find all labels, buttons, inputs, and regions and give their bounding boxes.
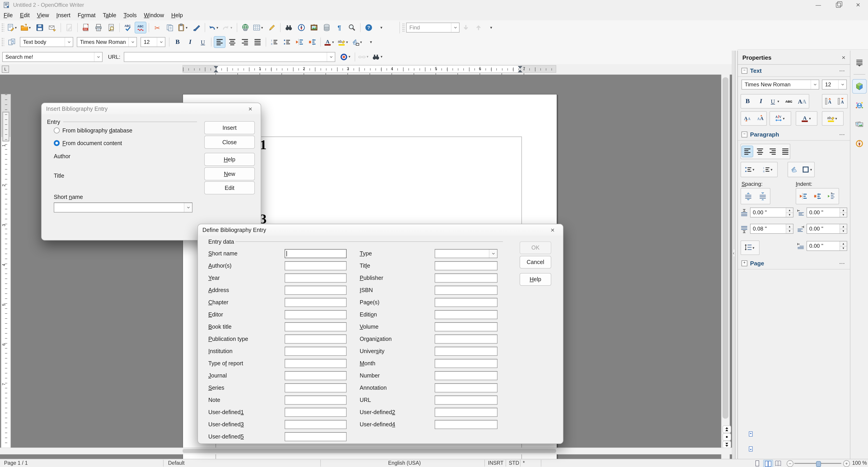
menu-tools[interactable]: Tools bbox=[120, 11, 140, 20]
find-previous-button[interactable] bbox=[473, 22, 485, 33]
auto-spellcheck-button[interactable]: ABC bbox=[135, 22, 146, 33]
journal-input[interactable] bbox=[285, 371, 347, 380]
tab-gallery[interactable] bbox=[852, 117, 867, 132]
menu-view[interactable]: View bbox=[33, 11, 53, 20]
from-document-content-label[interactable]: From document content bbox=[62, 140, 122, 146]
document-as-email-button[interactable] bbox=[46, 22, 58, 33]
volume-input[interactable] bbox=[435, 322, 497, 331]
stepper-buttons[interactable]: ▲▼ bbox=[840, 224, 847, 233]
align-justify-button[interactable] bbox=[779, 146, 791, 157]
tab-styles[interactable] bbox=[852, 98, 867, 113]
university-input[interactable] bbox=[435, 347, 497, 356]
stepper-buttons[interactable]: ▲▼ bbox=[840, 241, 847, 251]
scrollbar-thumb[interactable] bbox=[722, 77, 728, 419]
character-spacing-button[interactable]: AV▾ bbox=[774, 113, 787, 124]
increase-font-size-button[interactable]: A bbox=[823, 95, 835, 107]
insert-button[interactable]: Insert bbox=[204, 121, 255, 134]
align-justify-button[interactable] bbox=[252, 36, 264, 48]
find-toggle-button[interactable]: ▾ bbox=[372, 51, 385, 63]
sidebar-scroll-down-button[interactable] bbox=[745, 443, 756, 455]
page-style[interactable]: Default bbox=[168, 460, 185, 466]
font-size-select[interactable]: 12 bbox=[141, 37, 165, 47]
chevron-down-icon[interactable] bbox=[184, 203, 192, 212]
sidebar-menu[interactable] bbox=[852, 55, 867, 69]
chevron-down-icon[interactable] bbox=[128, 37, 136, 47]
bold-button[interactable]: B bbox=[172, 36, 183, 48]
zoom-percent[interactable]: 100 % bbox=[852, 460, 867, 466]
left-indent-marker[interactable] bbox=[214, 69, 218, 72]
from-document-content-radio[interactable] bbox=[54, 140, 60, 146]
collapse-sidebar-icon[interactable]: ‹ bbox=[733, 250, 735, 256]
help-button[interactable]: Help bbox=[520, 273, 551, 286]
chevron-down-icon[interactable] bbox=[94, 52, 102, 61]
align-right-button[interactable] bbox=[239, 36, 251, 48]
gallery-button[interactable] bbox=[308, 22, 320, 33]
horizontal-scrollbar[interactable] bbox=[0, 447, 732, 454]
type-input[interactable] bbox=[435, 249, 497, 258]
close-icon[interactable]: × bbox=[547, 225, 558, 234]
chevron-down-icon[interactable] bbox=[451, 23, 459, 32]
selection-mode[interactable]: STD bbox=[509, 460, 519, 466]
menu-help[interactable]: Help bbox=[167, 11, 186, 20]
sidebar-font-name-select[interactable]: Times New Roman bbox=[742, 80, 819, 89]
save-button[interactable] bbox=[34, 22, 45, 33]
chevron-down-icon[interactable] bbox=[838, 80, 846, 89]
stepper-buttons[interactable]: ▲▼ bbox=[840, 208, 847, 217]
dialog-title-bar[interactable]: Insert Bibliography Entry × bbox=[41, 103, 261, 114]
indent-before-input[interactable]: 0.00 " ▲▼ bbox=[807, 207, 847, 217]
language-status[interactable]: English (USA) bbox=[388, 460, 421, 466]
numbered-list-button[interactable]: III bbox=[269, 36, 280, 48]
chevron-down-icon[interactable] bbox=[65, 37, 73, 47]
increase-indent-button[interactable] bbox=[811, 190, 823, 202]
numbered-list-button[interactable]: III▾ bbox=[762, 164, 775, 175]
navigator-button[interactable] bbox=[296, 22, 307, 33]
lowercase-button[interactable]: AA bbox=[754, 113, 766, 124]
type-of-report-input[interactable] bbox=[285, 359, 347, 368]
formatting-marks-button[interactable]: ¶ bbox=[334, 22, 345, 33]
publisher-input[interactable] bbox=[435, 273, 497, 282]
toolbar-grip[interactable] bbox=[1, 37, 4, 47]
increase-paragraph-spacing-button[interactable] bbox=[742, 190, 754, 202]
insert-mode[interactable]: INSRT bbox=[488, 460, 504, 466]
close-button[interactable]: Close bbox=[204, 136, 255, 149]
open-button[interactable]: ▾ bbox=[20, 22, 33, 33]
search-input[interactable]: Search me! bbox=[2, 52, 102, 62]
cancel-button[interactable]: Cancel bbox=[520, 256, 551, 268]
menu-edit[interactable]: Edit bbox=[16, 11, 33, 20]
cut-button[interactable]: ✂ bbox=[151, 22, 163, 33]
uppercase-button[interactable]: AA bbox=[742, 113, 753, 124]
month-input[interactable] bbox=[435, 359, 497, 368]
spellcheck-button[interactable]: ABC bbox=[122, 22, 134, 33]
close-icon[interactable]: × bbox=[848, 0, 868, 10]
chevron-down-icon[interactable] bbox=[157, 37, 165, 47]
line-spacing-button[interactable]: ▾ bbox=[744, 242, 756, 254]
indent-after-input[interactable]: 0.00 " ▲▼ bbox=[807, 224, 847, 234]
border-style-button[interactable]: ▾ bbox=[801, 164, 814, 175]
decrease-font-size-button[interactable]: A bbox=[835, 95, 847, 107]
format-paintbrush-button[interactable] bbox=[191, 22, 203, 33]
chevron-down-icon[interactable] bbox=[489, 249, 497, 258]
increase-indent-button[interactable] bbox=[306, 36, 318, 48]
expand-icon[interactable]: + bbox=[742, 260, 747, 266]
zoom-button[interactable] bbox=[346, 22, 358, 33]
character-dialog-button[interactable]: AA bbox=[796, 95, 808, 107]
find-overflow-button[interactable]: ▾ bbox=[485, 22, 497, 33]
strikethrough-button[interactable]: ABC bbox=[783, 95, 795, 107]
align-center-button[interactable] bbox=[754, 146, 766, 157]
tab-properties[interactable] bbox=[852, 79, 867, 94]
toolbar-overflow-button[interactable]: ▾ bbox=[375, 22, 387, 33]
underline-button[interactable]: U bbox=[197, 36, 209, 48]
stepper-buttons[interactable]: ▲▼ bbox=[786, 208, 793, 217]
find-input[interactable]: Find bbox=[406, 23, 460, 33]
view-multi-page-button[interactable] bbox=[763, 460, 773, 467]
font-color-button[interactable]: A▾ bbox=[800, 113, 813, 124]
page-preview-button[interactable] bbox=[105, 22, 117, 33]
help-button[interactable]: Help bbox=[204, 153, 255, 166]
first-line-indent-marker[interactable] bbox=[214, 66, 218, 69]
align-left-button[interactable] bbox=[214, 36, 225, 48]
paragraph-background-button[interactable] bbox=[788, 164, 800, 175]
data-sources-button[interactable] bbox=[321, 22, 333, 33]
horizontal-ruler[interactable]: 1234567 bbox=[183, 65, 556, 73]
author-s-input[interactable] bbox=[285, 261, 347, 270]
toolbar-grip[interactable] bbox=[402, 23, 405, 33]
